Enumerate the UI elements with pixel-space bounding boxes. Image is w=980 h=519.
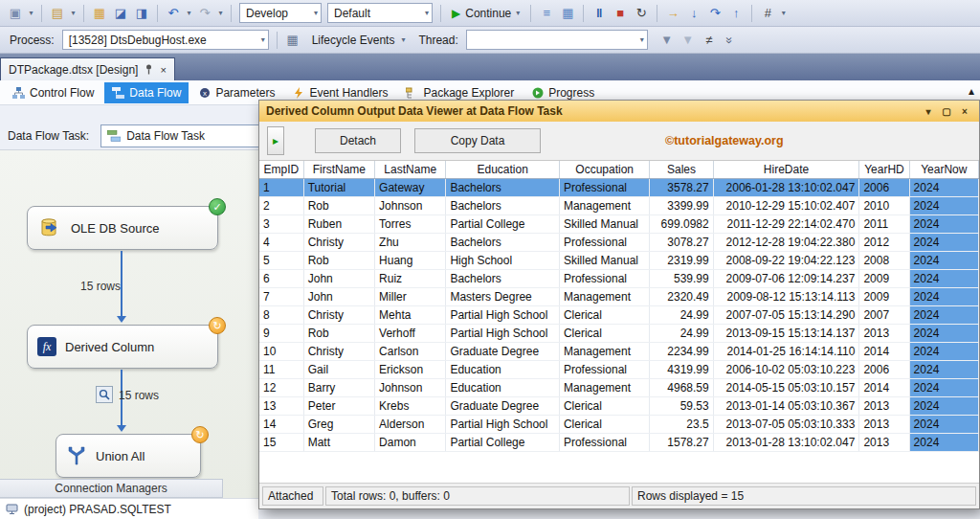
grid-cell[interactable]: Professional xyxy=(559,433,649,451)
save-icon[interactable]: ◪ xyxy=(111,4,130,23)
redo-icon[interactable]: ↷ xyxy=(195,4,214,23)
grid-cell[interactable]: 2024 xyxy=(909,287,978,305)
grid-cell[interactable]: 2024 xyxy=(909,233,978,251)
restart-icon[interactable]: ↻ xyxy=(632,4,651,23)
grid-cell[interactable]: 2007-07-05 15:13:14.290 xyxy=(713,305,859,324)
grid-cell[interactable]: 2320.49 xyxy=(650,287,713,305)
data-viewer-indicator[interactable] xyxy=(96,386,113,403)
connection-manager-item[interactable]: (project) PRASAD.SQLTEST xyxy=(0,498,258,519)
grid-cell[interactable]: Graduate Degree xyxy=(446,396,560,415)
grid-cell[interactable]: 2024 xyxy=(909,415,978,433)
table-row[interactable]: 2RobJohnsonBachelorsManagement3399.99201… xyxy=(259,196,979,214)
column-header-yearhd[interactable]: YearHD xyxy=(859,161,909,178)
grid-cell[interactable]: 2013-07-05 05:03:10.333 xyxy=(713,415,859,433)
grid-cell[interactable]: Partial High School xyxy=(446,305,560,324)
grid-cell[interactable]: Bachelors xyxy=(446,233,560,251)
grid-cell[interactable]: 8 xyxy=(259,305,303,324)
data-flow-task-combobox[interactable]: Data Flow Task xyxy=(100,124,265,147)
grid-cell[interactable]: Professional xyxy=(559,178,649,196)
stop-icon[interactable]: ■ xyxy=(611,4,630,23)
grid-cell[interactable]: Christy xyxy=(303,233,374,251)
grid-cell[interactable]: Johnson xyxy=(375,378,446,396)
grid-cell[interactable]: Christy xyxy=(303,305,374,324)
grid-cell[interactable]: Rob xyxy=(303,196,374,214)
document-tab[interactable]: DTPackage.dtsx [Design] × xyxy=(0,57,175,80)
chevron-down-icon[interactable]: ▾ xyxy=(314,9,318,17)
grid-cell[interactable]: Partial College xyxy=(446,433,560,451)
chevron-down-icon[interactable]: ▾ xyxy=(185,4,193,23)
chevron-down-icon[interactable]: ▾ xyxy=(216,4,225,23)
grid-cell[interactable]: Damon xyxy=(375,433,446,451)
grid-cell[interactable]: 2006 xyxy=(859,360,909,378)
table-row[interactable]: 6JohnRuizBachelorsProfessional539.992009… xyxy=(259,269,979,287)
table-row[interactable]: 15MattDamonPartial CollegeProfessional15… xyxy=(259,433,979,451)
grid-cell[interactable]: 2006-10-02 05:03:10.223 xyxy=(713,360,859,378)
save-all-icon[interactable]: ◨ xyxy=(132,4,151,23)
grid-cell[interactable]: 2006-01-28 13:10:02.047 xyxy=(713,178,859,196)
continue-run-button[interactable]: ▸ xyxy=(267,126,284,155)
node-ole-db-source[interactable]: OLE DB Source ✓ xyxy=(27,206,218,250)
grid-cell[interactable]: Tutorial xyxy=(303,178,374,196)
grid-cell[interactable]: 2024 xyxy=(909,178,978,196)
grid-cell[interactable]: 2024 xyxy=(909,396,978,415)
grid-cell[interactable]: Bachelors xyxy=(446,196,560,214)
table-row[interactable]: 11GailEricksonEducationProfessional4319.… xyxy=(259,360,979,378)
grid-cell[interactable]: 2024 xyxy=(909,324,978,342)
table-row[interactable]: 3RubenTorresPartial CollegeSkilled Manua… xyxy=(259,214,979,233)
data-flow-path[interactable] xyxy=(121,251,122,316)
grid-cell[interactable]: Bachelors xyxy=(446,269,560,287)
grid-cell[interactable]: Erickson xyxy=(375,360,446,378)
grid-cell[interactable]: 2319.99 xyxy=(650,251,713,269)
grid-cell[interactable]: 5 xyxy=(259,251,303,269)
table-row[interactable]: 5RobHuangHigh SchoolSkilled Manual2319.9… xyxy=(259,251,979,269)
pause-icon[interactable]: ‖ xyxy=(590,4,609,23)
grid-cell[interactable]: 4319.99 xyxy=(650,360,713,378)
grid-cell[interactable]: 2024 xyxy=(909,214,978,233)
grid-cell[interactable]: 2010-12-29 15:10:02.407 xyxy=(713,196,859,214)
table-row[interactable]: 12BarryJohnsonEducationManagement4968.59… xyxy=(259,378,979,396)
grid-cell[interactable]: 2024 xyxy=(909,378,978,396)
grid-cell[interactable]: 1578.27 xyxy=(650,433,713,451)
grid-cell[interactable]: Clerical xyxy=(559,415,649,433)
grid-cell[interactable]: 2008 xyxy=(859,251,909,269)
grid-cell[interactable]: 2024 xyxy=(909,196,978,214)
toolbar-overflow-icon[interactable]: » xyxy=(721,31,740,50)
column-header-lastname[interactable]: LastName xyxy=(375,161,446,178)
grid-cell[interactable]: Professional xyxy=(559,233,649,251)
grid-cell[interactable]: Partial High School xyxy=(446,415,560,433)
grid-cell[interactable]: Christy xyxy=(303,342,374,360)
grid-cell[interactable]: Education xyxy=(446,360,560,378)
grid-cell[interactable]: 2012-12-28 19:04:22.380 xyxy=(713,233,859,251)
connection-managers-header[interactable]: Connection Managers xyxy=(0,479,223,498)
grid-cell[interactable]: 2010 xyxy=(859,196,909,214)
grid-cell[interactable]: 23.5 xyxy=(650,415,713,433)
grid-cell[interactable]: Clerical xyxy=(559,396,649,415)
node-union-all[interactable]: Union All ↻ xyxy=(56,434,201,478)
grid-cell[interactable]: 2008-09-22 19:04:22.123 xyxy=(713,251,859,269)
show-next-statement-icon[interactable]: → xyxy=(663,4,682,23)
grid-cell[interactable]: 2013 xyxy=(859,396,909,415)
grid-cell[interactable]: 2013-01-28 13:10:02.047 xyxy=(713,433,859,451)
grid-cell[interactable]: Bachelors xyxy=(446,178,560,196)
grid-cell[interactable]: Rob xyxy=(303,251,374,269)
step-out-icon[interactable]: ↑ xyxy=(726,4,746,23)
grid-cell[interactable]: Alderson xyxy=(375,415,446,433)
grid-cell[interactable]: 2009 xyxy=(859,287,909,305)
grid-cell[interactable]: Clerical xyxy=(559,305,649,324)
grid-cell[interactable]: Skilled Manual xyxy=(559,251,649,269)
grid-cell[interactable]: John xyxy=(303,269,374,287)
lifecycle-events-dropdown[interactable]: Lifecycle Events ▾ xyxy=(304,30,413,51)
table-row[interactable]: 13PeterKrebsGraduate DegreeClerical59.53… xyxy=(259,396,979,415)
grid-cell[interactable]: 3 xyxy=(259,214,303,233)
filter-icon[interactable]: ▼ xyxy=(657,31,677,50)
column-header-sales[interactable]: Sales xyxy=(650,161,713,178)
dialog-title-bar[interactable]: Derived Column Output Data Viewer at Dat… xyxy=(259,101,979,122)
table-row[interactable]: 7JohnMillerMasters DegreeManagement2320.… xyxy=(259,287,979,305)
close-icon[interactable]: × xyxy=(160,64,166,76)
node-derived-column[interactable]: fx Derived Column ↻ xyxy=(27,325,218,369)
grid-cell[interactable]: Zhu xyxy=(375,233,446,251)
grid-cell[interactable]: 3578.27 xyxy=(650,178,713,196)
column-header-yearnow[interactable]: YearNow xyxy=(909,161,978,178)
grid-cell[interactable]: 2007 xyxy=(859,305,909,324)
grid-cell[interactable]: Professional xyxy=(559,360,649,378)
